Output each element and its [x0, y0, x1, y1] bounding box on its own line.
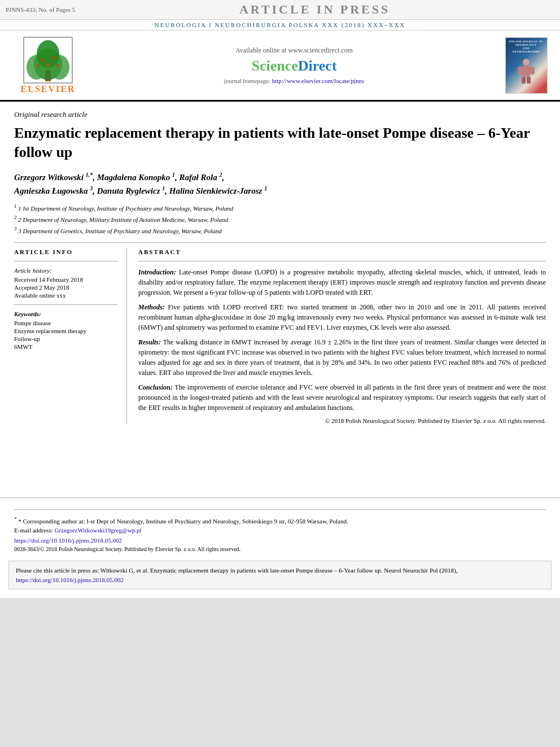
corresponding-note: * * Corresponding author at: I-st Dept o…: [14, 516, 546, 535]
journal-cover: POLISH JOURNAL OFNEUROLOGYANDNEUROSURGER…: [501, 37, 552, 94]
accepted-date: Accepted 2 May 2018: [14, 284, 118, 291]
abstract-conclusion: Conclusion: The improvements of exercise…: [138, 382, 546, 413]
journal-cover-image: POLISH JOURNAL OFNEUROLOGYANDNEUROSURGER…: [505, 37, 548, 94]
intro-title: Introduction:: [138, 268, 176, 276]
doc-id: PJNNS-433; No. of Pages 5: [6, 6, 75, 13]
svg-rect-15: [522, 77, 526, 84]
intro-text: Late-onset Pompe disease (LOPD) is a pro…: [138, 268, 546, 296]
journal-name-bar: NEUROLOGIA I NEUROCHIRURGIA POLSKA XXX (…: [0, 20, 560, 30]
elsevier-brand-text: ELSEVIER: [21, 84, 76, 94]
svg-rect-16: [527, 77, 531, 84]
citation-doi-link[interactable]: https://doi.org/10.1016/j.pjnns.2018.05.…: [16, 576, 124, 583]
affiliations: 1 1 Ist Department of Neurology, Institu…: [14, 202, 546, 237]
footer: * * Corresponding author at: I-st Dept o…: [0, 497, 560, 556]
two-column-layout: ARTICLE INFO Article history: Received 1…: [14, 248, 546, 424]
svg-rect-14: [530, 67, 535, 75]
cover-illustration-icon: [512, 56, 540, 85]
svg-point-6: [52, 56, 55, 59]
header-section: ELSEVIER Available online at www.science…: [0, 30, 560, 102]
keyword-1: Pompe disease: [14, 320, 118, 326]
methods-title: Methods:: [138, 303, 165, 311]
article-in-press-banner: ARTICLE IN PRESS: [75, 2, 554, 17]
email-label: E-mail address:: [14, 527, 53, 534]
available-online: Available online xxx: [14, 292, 118, 299]
history-label: Article history:: [14, 267, 118, 274]
footer-copyright: 0028-3843/© 2018 Polish Neurological Soc…: [14, 546, 546, 552]
abstract-divider: [138, 261, 546, 261]
doi-line: https://doi.org/10.1016/j.pjnns.2018.05.…: [14, 537, 546, 544]
doi-link[interactable]: https://doi.org/10.1016/j.pjnns.2018.05.…: [14, 537, 122, 544]
footer-divider: [14, 509, 546, 510]
citation-text: Please cite this article in press as: Wi…: [16, 567, 457, 574]
spacer: [0, 430, 560, 497]
abstract-intro: Introduction: Late-onset Pompe disease (…: [138, 267, 546, 298]
svg-point-5: [41, 58, 44, 62]
svg-point-9: [56, 64, 59, 67]
journal-homepage-link[interactable]: http://www.elsevier.com/locate/pjnns: [272, 77, 365, 84]
svg-point-8: [37, 64, 40, 67]
conclusion-text: The improvements of exercise tolerance a…: [138, 383, 546, 412]
abstract-results: Results: The walking distance in 6MWT in…: [138, 337, 546, 378]
page: PJNNS-433; No. of Pages 5 ARTICLE IN PRE…: [0, 0, 560, 598]
elsevier-tree-icon: [23, 36, 73, 84]
svg-rect-12: [522, 65, 530, 77]
svg-point-7: [46, 63, 50, 66]
svg-rect-13: [518, 67, 522, 75]
sciencedirect-logo: ScienceDirect: [99, 58, 489, 75]
conclusion-title: Conclusion:: [138, 383, 173, 391]
article-info-header: ARTICLE INFO: [14, 248, 118, 255]
citation-box: Please cite this article in press as: Wi…: [8, 561, 552, 589]
available-online-text: Available online at www.sciencedirect.co…: [99, 46, 489, 55]
svg-point-11: [523, 59, 530, 65]
section-divider: [14, 242, 546, 243]
abstract-header: ABSTRACT: [138, 248, 546, 255]
keywords-divider: [14, 304, 118, 305]
article-type: Original research article: [14, 110, 546, 119]
article-info-column: ARTICLE INFO Article history: Received 1…: [14, 248, 127, 424]
results-text: The walking distance in 6MWT increased b…: [138, 338, 546, 377]
keyword-4: 6MWT: [14, 343, 118, 350]
abstract-column: ABSTRACT Introduction: Late-onset Pompe …: [138, 248, 546, 424]
article-title: Enzymatic replacement therapy in patient…: [14, 124, 546, 162]
results-title: Results:: [138, 338, 161, 346]
journal-homepage: journal homepage: http://www.elsevier.co…: [99, 77, 489, 84]
elsevier-logo: ELSEVIER: [8, 36, 88, 94]
keyword-2: Enzyme replacement therapy: [14, 327, 118, 334]
methods-text: Five patients with LOPD received ERT: tw…: [138, 303, 546, 331]
received-date: Received 14 February 2018: [14, 276, 118, 283]
header-middle: Available online at www.sciencedirect.co…: [88, 46, 501, 84]
article-content: Original research article Enzymatic repl…: [0, 102, 560, 430]
authors: Grzegorz Witkowski 1,*, Magdalena Konopk…: [14, 171, 546, 198]
keyword-3: Follow-up: [14, 335, 118, 342]
abstract-methods: Methods: Five patients with LOPD receive…: [138, 302, 546, 333]
author-email-link[interactable]: GrzegorzWitkowski19greg@wp.pl: [54, 527, 141, 534]
keywords-label: Keywords:: [14, 311, 118, 317]
info-divider: [14, 261, 118, 261]
journal-name: NEUROLOGIA I NEUROCHIRURGIA POLSKA XXX (…: [155, 21, 406, 28]
top-bar: PJNNS-433; No. of Pages 5 ARTICLE IN PRE…: [0, 0, 560, 20]
abstract-copyright: © 2018 Polish Neurological Society. Publ…: [138, 417, 546, 424]
